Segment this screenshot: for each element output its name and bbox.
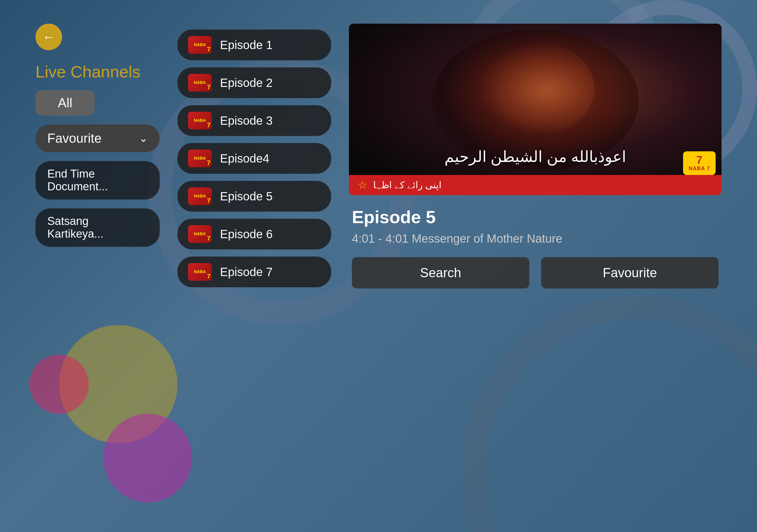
action-buttons: Search Favourite — [349, 257, 721, 288]
sidebar-title: Live Channels — [36, 62, 160, 81]
logo-number: 7 — [696, 155, 702, 165]
episodes-list: NABA 7 Episode 1 NABA 7 Episode 2 NABA 7… — [177, 24, 331, 508]
video-arabic-text: اعوذبالله من الشيطن الرحيم — [444, 148, 626, 165]
episode-label-2: Episode 2 — [220, 76, 273, 90]
favourite-filter-button[interactable]: Favourite ⌄ — [36, 124, 160, 152]
episode-item-3[interactable]: NABA 7 Episode 3 — [177, 105, 331, 136]
episode-item-5[interactable]: NABA 7 Episode 5 — [177, 181, 331, 212]
episode-item-1[interactable]: NABA 7 Episode 1 — [177, 30, 331, 60]
favourite-filter-label: Favourite — [47, 131, 102, 146]
back-button[interactable]: ← — [36, 24, 62, 50]
video-ticker: ☆ اپنی رائے کے اظہا — [349, 175, 721, 195]
back-arrow-icon: ← — [42, 30, 55, 44]
episode-label-1: Episode 1 — [220, 39, 273, 52]
sidebar: ← Live Channels All Favourite ⌄ End Time… — [36, 24, 160, 508]
detail-panel: اعوذبالله من الشيطن الرحيم ☆ اپنی رائے ک… — [349, 24, 721, 508]
episode-thumb-5: NABA 7 — [188, 187, 212, 205]
detail-episode-title: Episode 5 — [352, 207, 718, 227]
chevron-down-icon: ⌄ — [139, 132, 148, 144]
all-filter-button[interactable]: All — [36, 90, 95, 116]
video-preview[interactable]: اعوذبالله من الشيطن الرحيم ☆ اپنی رائے ک… — [349, 24, 721, 195]
episode-label-4: Episode4 — [220, 152, 269, 165]
episode-thumb-6: NABA 7 — [188, 225, 212, 243]
channel-logo: 7 NABA 7 — [683, 151, 715, 175]
channel-item-end-time[interactable]: End Time Document... — [36, 161, 160, 199]
channel-item-satsang[interactable]: Satsang Kartikeya... — [36, 208, 160, 247]
ticker-star-icon: ☆ — [358, 179, 367, 191]
episode-info: Episode 5 4:01 - 4:01 Messenger of Mothe… — [349, 207, 721, 245]
episode-item-2[interactable]: NABA 7 Episode 2 — [177, 67, 331, 98]
favourite-button[interactable]: Favourite — [541, 257, 718, 288]
search-button[interactable]: Search — [352, 257, 529, 288]
video-background: اعوذبالله من الشيطن الرحيم ☆ اپنی رائے ک… — [349, 24, 721, 195]
episode-thumb-4: NABA 7 — [188, 150, 212, 167]
episode-thumb-2: NABA 7 — [188, 74, 212, 92]
logo-text: NABA 7 — [689, 165, 710, 172]
episode-thumb-7: NABA 7 — [188, 263, 212, 281]
detail-episode-subtitle: 4:01 - 4:01 Messenger of Mother Nature — [352, 232, 718, 245]
episode-label-5: Episode 5 — [220, 190, 273, 203]
episode-label-3: Episode 3 — [220, 114, 273, 127]
episode-thumb-1: NABA 7 — [188, 36, 212, 54]
episode-item-4[interactable]: NABA 7 Episode4 — [177, 143, 331, 174]
episode-item-6[interactable]: NABA 7 Episode 6 — [177, 219, 331, 250]
ticker-text: اپنی رائے کے اظہا — [373, 179, 441, 191]
main-container: ← Live Channels All Favourite ⌄ End Time… — [0, 0, 757, 532]
episode-thumb-3: NABA 7 — [188, 112, 212, 130]
episode-label-6: Episode 6 — [220, 227, 273, 241]
episode-label-7: Episode 7 — [220, 265, 273, 279]
episode-item-7[interactable]: NABA 7 Episode 7 — [177, 256, 331, 287]
